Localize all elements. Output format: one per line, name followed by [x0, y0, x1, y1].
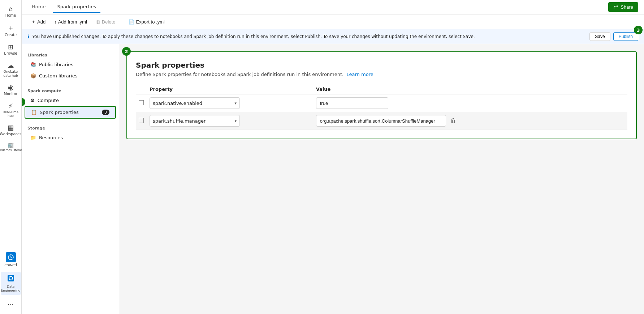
learn-more-link[interactable]: Learn more: [347, 72, 373, 77]
export-icon: 📄: [129, 19, 134, 25]
nav-panel: 1 Libraries 📚 Public libraries 📦 Custom …: [22, 44, 119, 314]
property-select-0[interactable]: spark.native.enabled ▾: [150, 97, 240, 109]
add-button[interactable]: ＋ Add: [27, 17, 49, 27]
export-button[interactable]: 📄 Export to .yml: [125, 17, 168, 26]
delete-button[interactable]: 🗑 Delete: [92, 17, 119, 26]
nav-resources[interactable]: 📁 Resources: [25, 132, 116, 143]
toolbar-divider: [122, 18, 122, 25]
main-area: Home Spark properties Share ＋ Add ↑ Add …: [22, 0, 644, 314]
tab-home[interactable]: Home: [27, 1, 50, 13]
realtime-icon: ⚡: [8, 102, 13, 110]
tab-spark-properties[interactable]: Spark properties: [53, 1, 100, 13]
nav-public-libraries[interactable]: 📚 Public libraries: [25, 59, 116, 70]
value-input-1[interactable]: [316, 115, 446, 127]
col-property: Property: [147, 84, 313, 94]
onelake-icon: ☁: [8, 61, 14, 69]
nav-spark-properties[interactable]: 📋 Spark properties 3: [25, 106, 116, 119]
properties-table: Property Value spark.native.enabled ▾: [136, 84, 627, 130]
spark-props-badge: 3: [102, 110, 109, 115]
resources-icon: 📁: [30, 135, 36, 140]
add-icon: ＋: [31, 18, 36, 25]
table-row: spark.shuffle.manager ▾ 🗑: [136, 112, 627, 130]
toolbar: ＋ Add ↑ Add from .yml 🗑 Delete 📄 Export …: [22, 14, 644, 29]
info-icon: ℹ: [27, 34, 29, 39]
sidebar-item-monitor[interactable]: ◉ Monitor: [1, 81, 21, 98]
annotation-2: 2: [122, 47, 131, 56]
library-icon: 📚: [30, 62, 36, 67]
more-options[interactable]: ···: [5, 298, 17, 311]
sidebar-item-create[interactable]: ＋ Create: [1, 21, 21, 39]
nav-custom-libraries[interactable]: 📦 Custom libraries: [25, 70, 116, 81]
nav-compute[interactable]: ⚙ Compute: [25, 95, 116, 106]
dropdown-arrow-icon: ▾: [234, 119, 237, 123]
table-row: spark.native.enabled ▾: [136, 94, 627, 112]
spark-properties-panel: 2 Spark properties Define Spark properti…: [126, 51, 637, 139]
sidebar-item-data-engineering[interactable]: Data Engineering: [1, 272, 21, 295]
sidebar-item-home[interactable]: ⌂ Home: [1, 3, 21, 20]
compute-icon: ⚙: [30, 98, 35, 103]
create-icon: ＋: [8, 24, 14, 32]
svg-rect-1: [8, 275, 14, 281]
dropdown-arrow-icon: ▾: [234, 101, 237, 106]
property-select-1[interactable]: spark.shuffle.manager ▾: [150, 115, 240, 127]
home-icon: ⌂: [9, 5, 13, 13]
value-input-0[interactable]: [316, 97, 388, 109]
env-icon: [6, 252, 16, 262]
storage-section: Storage: [22, 123, 119, 132]
custom-library-icon: 📦: [30, 73, 36, 78]
save-button[interactable]: Save: [589, 32, 610, 41]
sidebar-item-env[interactable]: env-etl: [1, 250, 21, 269]
delete-row-button-1[interactable]: 🗑: [449, 116, 458, 126]
panel-title: Spark properties: [136, 61, 627, 69]
libraries-section: Libraries: [22, 50, 119, 59]
spark-compute-section: Spark compute: [22, 86, 119, 95]
upload-icon: ↑: [54, 19, 57, 25]
main-content: 2 Spark properties Define Spark properti…: [119, 44, 644, 314]
browse-icon: ⊞: [8, 43, 13, 51]
spark-props-icon: 📋: [31, 110, 37, 115]
sidebar: ⌂ Home ＋ Create ⊞ Browse ☁ OneLake data …: [0, 0, 22, 314]
sidebar-item-onelake[interactable]: ☁ OneLake data hub: [1, 59, 21, 80]
add-from-yaml-button[interactable]: ↑ Add from .yml: [51, 17, 91, 26]
panel-description: Define Spark properties for notebooks an…: [136, 72, 627, 77]
info-message: You have unpublished changes. To apply t…: [32, 34, 475, 39]
sidebar-item-mvpdemos[interactable]: 🏢 MVPdemosEsteraKot: [1, 140, 21, 154]
annotation-3: 3: [634, 26, 643, 34]
row-checkbox-0[interactable]: [139, 100, 144, 105]
col-value: Value: [313, 84, 627, 94]
workspaces-icon: ▦: [8, 124, 14, 131]
sidebar-item-workspaces[interactable]: ▦ Workspaces: [1, 122, 21, 139]
sidebar-item-browse[interactable]: ⊞ Browse: [1, 41, 21, 58]
share-button[interactable]: Share: [608, 2, 638, 12]
content-area: 1 Libraries 📚 Public libraries 📦 Custom …: [22, 44, 644, 314]
monitor-icon: ◉: [8, 84, 14, 91]
delete-icon: 🗑: [96, 19, 100, 25]
info-bar: ℹ You have unpublished changes. To apply…: [22, 29, 644, 44]
row-checkbox-1[interactable]: [139, 118, 144, 123]
top-bar: Home Spark properties Share: [22, 0, 644, 14]
sidebar-item-realtime[interactable]: ⚡ Real-Time hub: [1, 100, 21, 120]
mvpdemos-icon: 🏢: [8, 142, 14, 148]
publish-button[interactable]: Publish: [613, 32, 638, 41]
